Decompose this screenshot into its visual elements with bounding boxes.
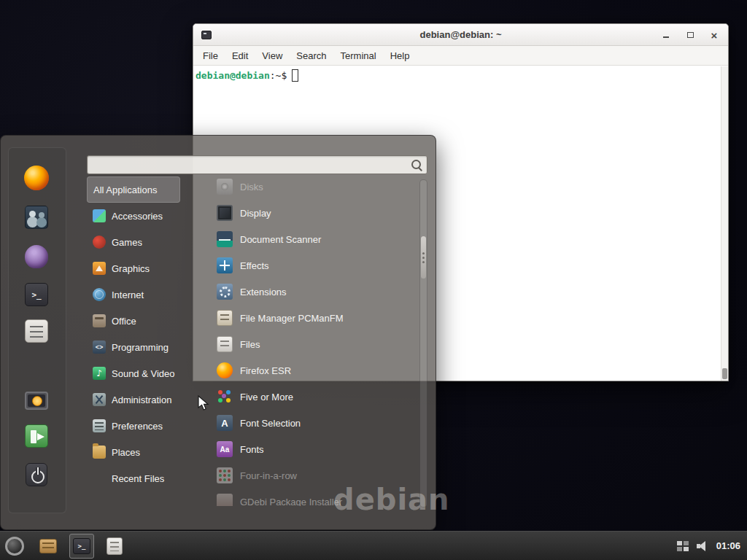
favorite-terminal[interactable]	[23, 281, 50, 308]
app-label: GDebi Package Installer	[240, 497, 342, 507]
favorite-purple-app[interactable]	[23, 244, 50, 270]
category-label: All Applications	[93, 184, 157, 195]
menu-search[interactable]: Search	[296, 50, 326, 61]
category-list: All Applications Accessories Games Graph…	[87, 176, 180, 491]
category-preferences[interactable]: Preferences	[87, 413, 180, 439]
app-label: Four-in-a-row	[240, 470, 297, 481]
network-icon[interactable]	[677, 541, 689, 551]
logout-icon	[25, 424, 48, 448]
minimize-button[interactable]	[659, 28, 673, 42]
category-internet[interactable]: Internet	[87, 281, 180, 308]
category-label: Sound & Video	[112, 368, 175, 379]
category-label: Recent Files	[112, 473, 164, 484]
sound-video-icon	[93, 367, 106, 380]
menu-help[interactable]: Help	[390, 50, 410, 61]
files-launcher[interactable]	[102, 534, 127, 559]
category-programming[interactable]: Programming	[87, 334, 180, 360]
lock-screen-button[interactable]	[23, 386, 50, 412]
prompt-user-host: debian@debian	[196, 70, 270, 81]
menu-edit[interactable]: Edit	[232, 50, 248, 61]
terminal-icon	[25, 283, 48, 306]
maximize-button[interactable]	[684, 28, 697, 42]
category-graphics[interactable]: Graphics	[87, 255, 180, 281]
app-effects[interactable]: Effects	[212, 252, 418, 279]
terminal-cursor	[292, 69, 298, 82]
application-menu: debian All Applications Accessories Game…	[0, 135, 436, 530]
app-files[interactable]: Files	[212, 331, 418, 357]
app-gdebi-package-installer[interactable]: GDebi Package Installer	[212, 489, 418, 506]
app-firefox-esr[interactable]: Firefox ESR	[212, 357, 418, 384]
favorite-firefox[interactable]	[23, 165, 50, 191]
category-label: Administration	[112, 394, 171, 405]
five-or-more-icon	[217, 389, 233, 405]
app-label: Effects	[240, 260, 269, 271]
app-font-selection[interactable]: Font Selection	[212, 410, 418, 436]
menu-button[interactable]	[1, 533, 28, 559]
disks-icon	[217, 179, 233, 195]
app-file-manager-pcmanfm[interactable]: File Manager PCManFM	[212, 305, 418, 331]
logout-button[interactable]	[23, 423, 50, 449]
close-icon: ×	[711, 30, 718, 41]
scanner-icon	[217, 231, 233, 247]
menu-view[interactable]: View	[262, 50, 282, 61]
search-icon	[411, 159, 422, 171]
fonts-icon	[217, 441, 233, 457]
terminal-scrollbar	[721, 66, 728, 381]
app-extensions[interactable]: Extensions	[212, 279, 418, 305]
app-document-scanner[interactable]: Document Scanner	[212, 226, 418, 252]
places-icon	[93, 446, 106, 459]
favorite-software[interactable]	[23, 318, 50, 344]
display-icon	[217, 205, 233, 221]
category-label: Places	[112, 447, 140, 458]
category-office[interactable]: Office	[87, 308, 180, 334]
app-display[interactable]: Display	[212, 200, 418, 226]
category-label: Preferences	[112, 421, 163, 432]
menu-scrollbar-thumb[interactable]	[421, 236, 426, 279]
menu-terminal[interactable]: Terminal	[341, 50, 376, 61]
four-in-a-row-icon	[217, 467, 233, 483]
gdebi-icon	[217, 494, 233, 506]
category-all-applications[interactable]: All Applications	[87, 176, 180, 203]
app-label: Display	[240, 208, 271, 219]
category-label: Office	[112, 316, 136, 327]
desktop: debian@debian: ~ × File Edit View Search…	[0, 0, 747, 560]
programming-icon	[93, 341, 106, 354]
administration-icon	[93, 393, 106, 406]
category-places[interactable]: Places	[87, 439, 180, 465]
purple-mascot-icon	[25, 245, 48, 268]
terminal-titlebar[interactable]: debian@debian: ~ ×	[193, 24, 728, 46]
close-button[interactable]: ×	[708, 28, 721, 42]
office-icon	[93, 314, 106, 327]
category-label: Graphics	[112, 263, 150, 274]
graphics-icon	[93, 262, 106, 275]
category-games[interactable]: Games	[87, 229, 180, 255]
menu-file[interactable]: File	[203, 50, 218, 61]
shutdown-button[interactable]	[23, 462, 50, 488]
category-label: Games	[112, 237, 142, 248]
category-sound-video[interactable]: Sound & Video	[87, 360, 180, 386]
file-manager-launcher[interactable]	[36, 534, 61, 559]
app-disks[interactable]: Disks	[212, 174, 418, 200]
terminal-window-button[interactable]	[69, 534, 94, 559]
app-four-in-a-row[interactable]: Four-in-a-row	[212, 462, 418, 489]
app-label: Five or More	[240, 392, 293, 402]
category-recent-files[interactable]: Recent Files	[87, 465, 180, 491]
search-input[interactable]	[88, 156, 411, 174]
app-label: Firefox ESR	[240, 365, 291, 376]
menu-search-box	[87, 155, 427, 174]
files-icon	[217, 336, 233, 352]
preferences-icon	[93, 419, 106, 432]
volume-icon[interactable]	[697, 541, 708, 551]
app-fonts[interactable]: Fonts	[212, 436, 418, 462]
terminal-scrollbar-thumb[interactable]	[722, 368, 727, 379]
favorite-users-app[interactable]	[23, 204, 50, 230]
application-list: Disks Display Document Scanner Effects E…	[212, 174, 418, 506]
effects-icon	[217, 257, 233, 273]
taskbar-clock[interactable]: 01:06	[716, 540, 740, 551]
maximize-icon	[687, 32, 694, 38]
category-accessories[interactable]: Accessories	[87, 203, 180, 229]
file-drawer-icon	[39, 539, 57, 553]
font-selection-icon	[217, 415, 233, 431]
category-administration[interactable]: Administration	[87, 386, 180, 413]
app-five-or-more[interactable]: Five or More	[212, 384, 418, 410]
